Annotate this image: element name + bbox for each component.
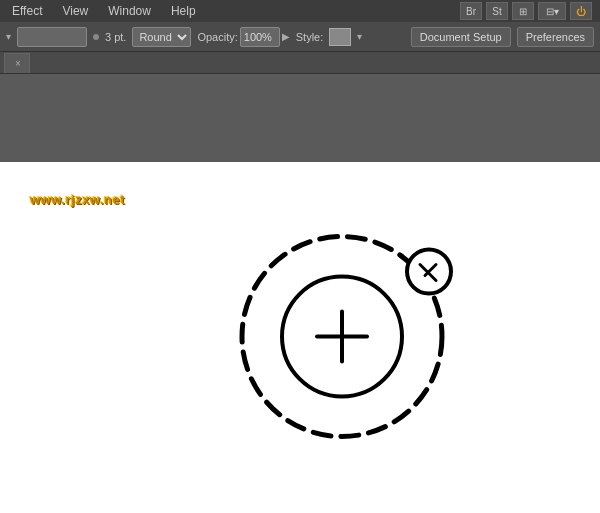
preferences-button[interactable]: Preferences <box>517 27 594 47</box>
bridge-icon-btn[interactable]: Br <box>460 2 482 20</box>
stroke-input[interactable] <box>17 27 87 47</box>
stroke-dot <box>93 34 99 40</box>
opacity-group: Opacity: ▶ <box>197 27 289 47</box>
power-icon: ⏻ <box>576 6 586 17</box>
tab-bar: × <box>0 52 600 74</box>
stroke-size-label: 3 pt. <box>105 31 126 43</box>
menu-view[interactable]: View <box>58 2 92 20</box>
document-area: www.rjzxw.net <box>0 162 600 513</box>
menu-icons-group: Br St ⊞ ⊟▾ ⏻ <box>460 2 592 20</box>
opacity-input[interactable] <box>240 27 280 47</box>
tab-close-btn[interactable]: × <box>15 58 21 69</box>
workspace-icon-btn[interactable]: ⊞ <box>512 2 534 20</box>
toolbar-left-arrow[interactable]: ▾ <box>6 31 11 42</box>
style-label: Style: <box>296 31 324 43</box>
power-icon-btn[interactable]: ⏻ <box>570 2 592 20</box>
bridge-label: Br <box>466 6 476 17</box>
style-arrow[interactable]: ▾ <box>357 31 362 42</box>
artwork-container <box>222 216 482 459</box>
document-setup-button[interactable]: Document Setup <box>411 27 511 47</box>
toolbar: ▾ 3 pt. Round Opacity: ▶ Style: ▾ Docume… <box>0 22 600 52</box>
watermark-text: www.rjzxw.net <box>30 192 125 207</box>
stock-label: St <box>492 6 501 17</box>
menu-bar: Effect View Window Help Br St ⊞ ⊟▾ ⏻ <box>0 0 600 22</box>
document-tab[interactable]: × <box>4 53 30 73</box>
style-box <box>329 28 351 46</box>
menu-effect[interactable]: Effect <box>8 2 46 20</box>
grid-icon: ⊞ <box>519 6 527 17</box>
stroke-type-select[interactable]: Round <box>132 27 191 47</box>
stock-icon-btn[interactable]: St <box>486 2 508 20</box>
menu-help[interactable]: Help <box>167 2 200 20</box>
opacity-arrow[interactable]: ▶ <box>282 31 290 42</box>
menu-window[interactable]: Window <box>104 2 155 20</box>
artwork-svg <box>222 216 482 456</box>
grid-chevron-icon: ⊟▾ <box>546 6 559 17</box>
opacity-label: Opacity: <box>197 31 237 43</box>
canvas-area <box>0 74 600 162</box>
grid-view-btn[interactable]: ⊟▾ <box>538 2 566 20</box>
